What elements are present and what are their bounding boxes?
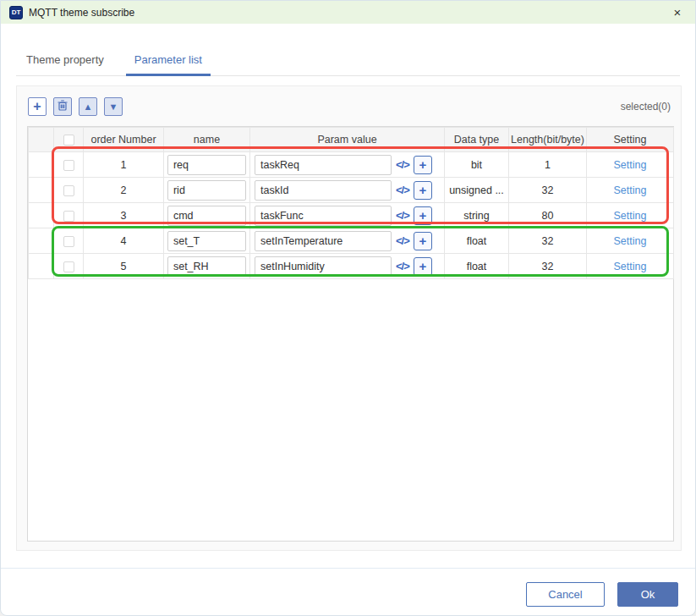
- data-type-cell: bit: [445, 152, 509, 178]
- select-all-checkbox[interactable]: [63, 135, 74, 146]
- length-cell: 80: [509, 203, 587, 228]
- close-icon[interactable]: ×: [668, 3, 687, 22]
- parameter-list-panel: + ▲ ▼ selected(0): [16, 85, 682, 551]
- data-type-cell: string: [445, 203, 509, 228]
- setting-link[interactable]: Setting: [614, 184, 647, 196]
- param-value-input[interactable]: [255, 155, 392, 175]
- table-row: 2 </> + unsigned ... 32 Setting: [29, 178, 674, 203]
- delete-row-button[interactable]: [53, 97, 72, 116]
- table-row: 5 </> + float 32 Setting: [29, 254, 674, 279]
- data-type-cell: float: [445, 228, 509, 254]
- setting-link[interactable]: Setting: [614, 210, 647, 222]
- code-icon[interactable]: </>: [396, 234, 409, 247]
- table-toolbar: + ▲ ▼ selected(0): [28, 96, 671, 117]
- mqtt-theme-subscribe-dialog: DT MQTT theme subscribe × Theme property…: [0, 0, 696, 616]
- tab-theme-property[interactable]: Theme property: [18, 53, 112, 76]
- order-number-cell: 2: [84, 178, 164, 203]
- add-row-button[interactable]: +: [28, 97, 47, 116]
- header-data-type: Data type: [445, 128, 509, 152]
- order-number-cell: 1: [84, 152, 164, 178]
- arrow-up-icon: ▲: [84, 102, 93, 112]
- tab-bar: Theme property Parameter list: [1, 24, 695, 76]
- tab-parameter-list[interactable]: Parameter list: [126, 53, 211, 76]
- header-select-all: [54, 128, 84, 152]
- table-row: 1 </> + bit 1 Setting: [29, 152, 674, 178]
- length-cell: 32: [509, 254, 587, 279]
- move-down-button[interactable]: ▼: [104, 97, 123, 116]
- add-param-button[interactable]: +: [414, 257, 432, 276]
- param-value-input[interactable]: [255, 231, 392, 251]
- add-param-button[interactable]: +: [414, 156, 432, 174]
- move-up-button[interactable]: ▲: [79, 97, 97, 116]
- order-number-cell: 3: [84, 203, 164, 228]
- setting-link[interactable]: Setting: [614, 261, 647, 272]
- trash-icon: [58, 100, 68, 113]
- order-number-cell: 5: [84, 254, 164, 279]
- name-input[interactable]: [167, 206, 246, 226]
- add-param-button[interactable]: +: [414, 206, 432, 225]
- header-length: Length(bit/byte): [509, 128, 587, 152]
- param-value-input[interactable]: [255, 206, 392, 226]
- add-param-button[interactable]: +: [414, 232, 432, 250]
- param-value-input[interactable]: [255, 256, 392, 277]
- name-input[interactable]: [167, 180, 246, 201]
- parameter-table: order Number name Param value Data type …: [27, 126, 674, 542]
- param-value-input[interactable]: [255, 180, 392, 201]
- length-cell: 32: [509, 178, 587, 203]
- row-checkbox[interactable]: [63, 160, 74, 171]
- code-icon[interactable]: </>: [396, 158, 409, 171]
- table-header-row: order Number name Param value Data type …: [29, 128, 674, 152]
- table-row: 3 </> + string 80 Setting: [29, 203, 674, 228]
- footer-divider: [1, 568, 695, 569]
- selected-count: selected(0): [621, 101, 671, 113]
- row-checkbox[interactable]: [63, 185, 74, 196]
- code-icon[interactable]: </>: [396, 260, 409, 272]
- footer: Cancel Ok: [1, 580, 678, 608]
- code-icon[interactable]: </>: [396, 184, 409, 196]
- header-name: name: [164, 128, 250, 152]
- code-icon[interactable]: </>: [396, 209, 409, 222]
- window-title: MQTT theme subscribe: [29, 7, 134, 19]
- length-cell: 32: [509, 228, 587, 254]
- header-order-number: order Number: [84, 128, 164, 152]
- header-setting: Setting: [587, 128, 674, 152]
- name-input[interactable]: [167, 155, 246, 175]
- ok-button[interactable]: Ok: [617, 582, 678, 607]
- cancel-button[interactable]: Cancel: [526, 582, 605, 607]
- header-spacer: [29, 128, 54, 152]
- data-type-cell: float: [445, 254, 509, 279]
- setting-link[interactable]: Setting: [614, 159, 647, 171]
- order-number-cell: 4: [84, 228, 164, 254]
- name-input[interactable]: [167, 231, 246, 251]
- row-checkbox[interactable]: [63, 211, 74, 222]
- add-param-button[interactable]: +: [414, 181, 432, 200]
- app-icon: DT: [9, 6, 23, 19]
- row-checkbox[interactable]: [63, 236, 74, 247]
- table-row: 4 </> + float 32 Setting: [29, 228, 674, 254]
- setting-link[interactable]: Setting: [614, 235, 647, 247]
- name-input[interactable]: [167, 256, 246, 277]
- arrow-down-icon: ▼: [109, 102, 118, 112]
- data-type-cell: unsigned ...: [445, 178, 509, 203]
- titlebar: DT MQTT theme subscribe ×: [1, 1, 695, 24]
- length-cell: 1: [509, 152, 587, 178]
- row-checkbox[interactable]: [63, 261, 74, 272]
- header-param-value: Param value: [250, 128, 445, 152]
